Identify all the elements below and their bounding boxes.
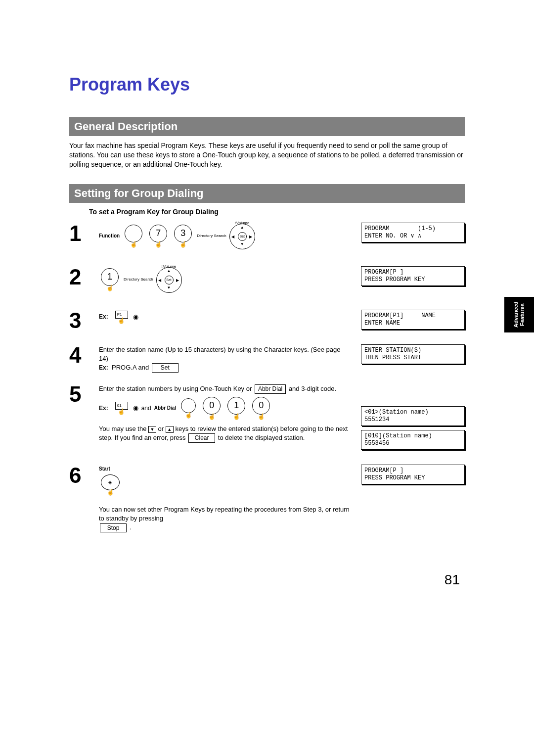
hand-icon: ☝	[185, 412, 192, 418]
step-text: You may use the	[99, 425, 148, 432]
lcd-display: PROGRAM[P ] PRESS PROGRAM KEY	[361, 266, 465, 286]
step-number: 3	[69, 308, 99, 331]
step-text: to delete the displayed station.	[218, 434, 305, 441]
step-4: 4 Enter the station name (Up to 15 chara…	[69, 342, 465, 373]
step-number: 6	[69, 463, 99, 486]
lcd-display: PROGRAM[P ] PRESS PROGRAM KEY	[361, 465, 465, 484]
period: .	[130, 523, 132, 531]
step-number: 5	[69, 381, 99, 405]
ex-value: PROG.A and	[112, 364, 149, 371]
down-arrow-key[interactable]: ▼	[148, 426, 156, 433]
onetouch-01[interactable]: 01 ☝	[115, 402, 128, 415]
function-key[interactable]: ☝	[125, 225, 142, 247]
step-body: Function ☝ 7 ☝ 3 ☝ Directory Search Set	[99, 221, 361, 248]
nav-set-key[interactable]: Set ▲ ▼ ◀ ▶	[156, 267, 181, 292]
section-general-heading: General Description	[69, 117, 465, 136]
key-1[interactable]: 1 ☝	[101, 268, 119, 291]
start-key[interactable]: ◈ ☝	[101, 474, 120, 495]
abbr-dial-key[interactable]: ☝	[181, 398, 196, 418]
lcd-display: <01>(Station name) 5551234	[361, 406, 465, 426]
step-body: Ex: P1 ☝ ◉	[99, 308, 361, 324]
abbr-dial-box[interactable]: Abbr Dial	[255, 384, 286, 394]
general-description-body: Your fax machine has special Program Key…	[69, 141, 465, 169]
step-text: or	[158, 425, 166, 432]
page-title: Program Keys	[69, 74, 465, 95]
hand-icon: ☝	[130, 241, 137, 247]
record-icon: ◉	[133, 404, 138, 413]
step-5: 5 Enter the station numbers by using One…	[69, 381, 465, 454]
section-setting-heading: Setting for Group Dialing	[69, 184, 465, 203]
directory-search-label: Directory Search	[124, 278, 153, 282]
step-1: 1 Function ☝ 7 ☝ 3 ☝ Directory Search	[69, 221, 465, 255]
step-3: 3 Ex: P1 ☝ ◉ PROGRAM[P1] NAME ENTER NAME	[69, 308, 465, 333]
step-body: Enter the station name (Up to 15 charact…	[99, 342, 361, 373]
lcd-display: PROGRAM[P1] NAME ENTER NAME	[361, 310, 465, 330]
step-body: 1 ☝ Directory Search Set ▲ ▼ ◀ ▶ ↕Volume	[99, 264, 361, 292]
step-number: 2	[69, 264, 99, 288]
key-3[interactable]: 3 ☝	[174, 225, 192, 247]
step-number: 4	[69, 342, 99, 366]
step-body: Enter the station numbers by using One-T…	[99, 381, 361, 443]
start-label: Start	[99, 466, 110, 472]
step-body: Start ◈ ☝ You can now set other Program …	[99, 463, 361, 532]
stop-key-box[interactable]: Stop	[100, 523, 127, 533]
step-text: Enter the station name (Up to 15 charact…	[99, 346, 340, 362]
clear-key-box[interactable]: Clear	[188, 433, 215, 443]
hand-icon: ☝	[179, 241, 187, 247]
step-2: 2 1 ☝ Directory Search Set ▲ ▼ ◀ ▶ ↕Volu…	[69, 264, 465, 299]
lcd-display: [010](Station name) 5553456	[361, 430, 465, 450]
up-arrow-key[interactable]: ▲	[166, 426, 174, 433]
step-text: Enter the station numbers by using One-T…	[99, 385, 252, 392]
ex-label: Ex:	[99, 404, 108, 413]
key-7[interactable]: 7 ☝	[149, 225, 167, 247]
key-p1[interactable]: P1 ☝	[115, 311, 128, 324]
key-0[interactable]: 0 ☝	[203, 397, 221, 420]
set-key-box[interactable]: Set	[152, 363, 178, 373]
page-number: 81	[445, 572, 460, 588]
start-icon: ◈	[108, 479, 112, 486]
hand-icon: ☝	[118, 318, 125, 324]
hand-icon: ☝	[233, 414, 240, 420]
hand-icon: ☝	[106, 285, 114, 291]
hand-icon: ☝	[155, 241, 162, 247]
ex-label: Ex:	[99, 313, 108, 321]
abbr-dial-label: Abbr Dial	[154, 405, 176, 412]
step-6: 6 Start ◈ ☝ You can now set other Progra…	[69, 463, 465, 532]
record-icon: ◉	[133, 313, 138, 322]
nav-set-key[interactable]: Set ▲ ▼ ◀ ▶	[229, 224, 254, 248]
setting-subhead: To set a Program Key for Group Dialing	[89, 208, 465, 216]
function-label: Function	[99, 233, 120, 239]
key-1[interactable]: 1 ☝	[227, 397, 245, 420]
directory-search-label: Directory Search	[197, 234, 226, 238]
step-text: and 3-digit code.	[289, 385, 336, 392]
step-number: 1	[69, 221, 99, 244]
side-tab: Advanced Features	[504, 297, 534, 332]
page-content: Program Keys General Description Your fa…	[0, 0, 534, 532]
hand-icon: ☝	[258, 414, 265, 420]
hand-icon: ☝	[107, 489, 114, 495]
lcd-display: ENTER STATION(S) THEN PRESS START	[361, 344, 465, 364]
hand-icon: ☝	[118, 409, 125, 415]
ex-label: Ex:	[99, 364, 110, 371]
key-0b[interactable]: 0 ☝	[252, 397, 270, 420]
lcd-display: PROGRAM (1-5) ENTER NO. OR ∨ ∧	[361, 223, 465, 242]
step-text: You can now set other Program Keys by re…	[99, 506, 350, 522]
hand-icon: ☝	[208, 414, 216, 420]
and-label: and	[141, 404, 151, 413]
